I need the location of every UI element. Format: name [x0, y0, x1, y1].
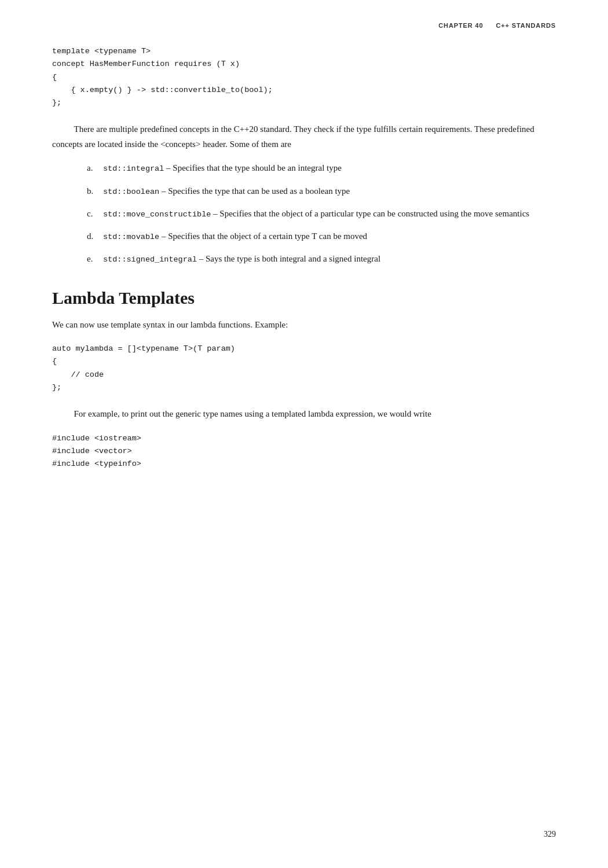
list-item-code: std::movable: [103, 233, 159, 241]
list-item-label: d.: [87, 229, 103, 244]
list-item: a.std::integral – Specifies that the typ…: [87, 161, 556, 175]
list-item-label: a.: [87, 161, 103, 175]
list-item-content: std::integral – Specifies that the type …: [103, 161, 556, 175]
list-item-description: – Specifies that the type should be an i…: [164, 163, 342, 172]
list-item-label: e.: [87, 252, 103, 266]
list-item-code: std::boolean: [103, 187, 159, 196]
list-item-code: std::integral: [103, 164, 164, 173]
code-block-2: auto mylambda = []<typename T>(T param) …: [52, 343, 556, 394]
list-item-description: – Specifies that the object of a certain…: [159, 231, 367, 241]
list-item-description: – Specifies the type that can be used as…: [159, 186, 350, 196]
list-item-description: – Says the type is both integral and a s…: [197, 254, 380, 263]
paragraph-1: There are multiple predefined concepts i…: [52, 122, 556, 152]
header-section: C++ STANDARDS: [496, 22, 556, 29]
list-item: d.std::movable – Specifies that the obje…: [87, 229, 556, 244]
code-block-3: #include <iostream> #include <vector> #i…: [52, 432, 556, 471]
paragraph-2: We can now use template syntax in our la…: [52, 318, 556, 333]
list-item-description: – Specifies that the object of a particu…: [211, 209, 529, 218]
list-item-content: std::movable – Specifies that the object…: [103, 229, 556, 244]
list-item: e.std::signed_integral – Says the type i…: [87, 252, 556, 266]
paragraph-3: For example, to print out the generic ty…: [52, 407, 556, 422]
list-item: b.std::boolean – Specifies the type that…: [87, 184, 556, 198]
list-container: a.std::integral – Specifies that the typ…: [87, 161, 556, 266]
list-item-code: std::signed_integral: [103, 255, 197, 264]
page: CHAPTER 40 C++ STANDARDS template <typen…: [0, 0, 608, 868]
code-block-1: template <typename T> concept HasMemberF…: [52, 45, 556, 109]
section-heading: Lambda Templates: [52, 288, 556, 308]
list-item-content: std::signed_integral – Says the type is …: [103, 252, 556, 266]
list-item: c.std::move_constructible – Specifies th…: [87, 207, 556, 221]
list-item-label: b.: [87, 184, 103, 198]
list-item-label: c.: [87, 207, 103, 221]
header-chapter: CHAPTER 40: [438, 22, 483, 29]
page-number: 329: [544, 830, 556, 839]
list-item-code: std::move_constructible: [103, 210, 211, 219]
page-header: CHAPTER 40 C++ STANDARDS: [438, 22, 556, 29]
list-item-content: std::boolean – Specifies the type that c…: [103, 184, 556, 198]
list-item-content: std::move_constructible – Specifies that…: [103, 207, 556, 221]
